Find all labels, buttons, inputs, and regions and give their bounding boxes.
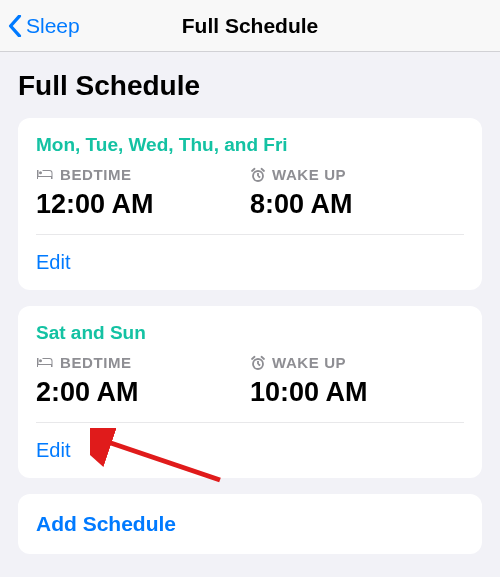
schedule-card: Mon, Tue, Wed, Thu, and Fri BEDTIME 12:0…: [18, 118, 482, 290]
schedule-days: Sat and Sun: [36, 322, 464, 344]
svg-line-5: [258, 364, 260, 365]
page-heading: Full Schedule: [18, 70, 482, 102]
alarm-icon: [250, 355, 266, 371]
content: Full Schedule Mon, Tue, Wed, Thu, and Fr…: [0, 52, 500, 572]
alarm-icon: [250, 167, 266, 183]
back-button[interactable]: Sleep: [8, 14, 80, 38]
nav-title: Full Schedule: [182, 14, 319, 38]
wakeup-label: WAKE UP: [250, 354, 464, 371]
back-label: Sleep: [26, 14, 80, 38]
edit-row: Edit: [36, 423, 464, 478]
schedule-summary: Mon, Tue, Wed, Thu, and Fri BEDTIME 12:0…: [36, 118, 464, 235]
add-schedule-card[interactable]: Add Schedule: [18, 494, 482, 554]
bedtime-value: 2:00 AM: [36, 377, 250, 408]
wakeup-col: WAKE UP 10:00 AM: [250, 354, 464, 408]
bedtime-label: BEDTIME: [36, 354, 250, 371]
edit-button[interactable]: Edit: [36, 439, 70, 461]
time-row: BEDTIME 12:00 AM WAKE UP 8:00 AM: [36, 166, 464, 220]
time-row: BEDTIME 2:00 AM WAKE UP 10:00 AM: [36, 354, 464, 408]
svg-line-2: [258, 176, 260, 177]
bed-icon: [36, 357, 54, 369]
schedule-days: Mon, Tue, Wed, Thu, and Fri: [36, 134, 464, 156]
wakeup-value: 10:00 AM: [250, 377, 464, 408]
wakeup-label-text: WAKE UP: [272, 354, 346, 371]
add-schedule-button[interactable]: Add Schedule: [36, 512, 176, 535]
wakeup-label: WAKE UP: [250, 166, 464, 183]
schedule-card: Sat and Sun BEDTIME 2:00 AM: [18, 306, 482, 478]
wakeup-col: WAKE UP 8:00 AM: [250, 166, 464, 220]
bedtime-value: 12:00 AM: [36, 189, 250, 220]
bedtime-label-text: BEDTIME: [60, 166, 132, 183]
bedtime-col: BEDTIME 2:00 AM: [36, 354, 250, 408]
bed-icon: [36, 169, 54, 181]
bedtime-label: BEDTIME: [36, 166, 250, 183]
bedtime-label-text: BEDTIME: [60, 354, 132, 371]
nav-bar: Sleep Full Schedule: [0, 0, 500, 52]
chevron-left-icon: [8, 15, 22, 37]
bedtime-col: BEDTIME 12:00 AM: [36, 166, 250, 220]
wakeup-label-text: WAKE UP: [272, 166, 346, 183]
schedule-summary: Sat and Sun BEDTIME 2:00 AM: [36, 306, 464, 423]
edit-row: Edit: [36, 235, 464, 290]
wakeup-value: 8:00 AM: [250, 189, 464, 220]
edit-button[interactable]: Edit: [36, 251, 70, 273]
